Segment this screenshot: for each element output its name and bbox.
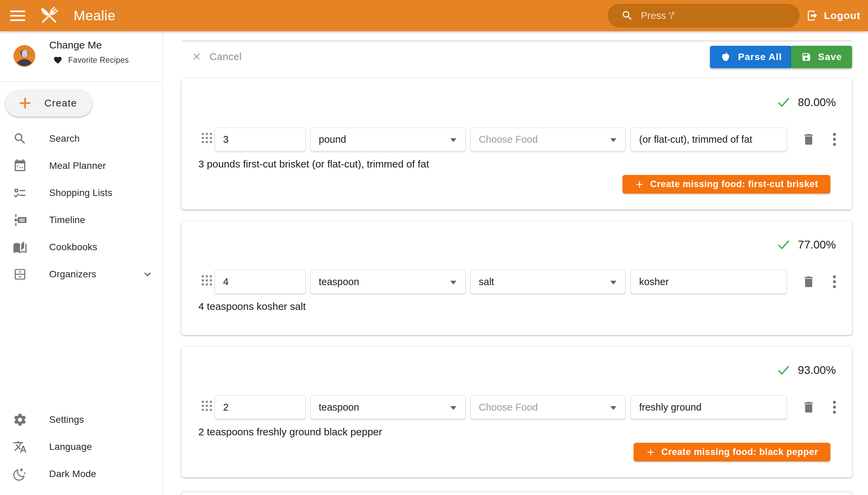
- sidebar-item-dark-mode[interactable]: Dark Mode: [0, 460, 163, 488]
- sidebar-item-timeline[interactable]: Timeline: [0, 206, 163, 234]
- gear-icon: [13, 413, 27, 427]
- drag-handle-icon[interactable]: [202, 401, 211, 414]
- sidebar-item-language[interactable]: Language: [0, 433, 163, 460]
- food-select[interactable]: [470, 395, 626, 419]
- unit-input[interactable]: [310, 396, 465, 419]
- check-icon: [777, 96, 790, 109]
- sidebar-divider: [0, 81, 163, 82]
- sidebar-item-meal-planner[interactable]: Meal Planner: [0, 152, 163, 180]
- quantity-input[interactable]: [215, 270, 305, 293]
- magnify-icon: [13, 132, 27, 146]
- main-content: Cancel Parse All Save 80.00%: [163, 31, 868, 495]
- logout-button[interactable]: Logout: [806, 0, 861, 31]
- chevron-down-icon: [141, 268, 154, 281]
- more-options-button[interactable]: [831, 274, 838, 290]
- food-input[interactable]: [471, 128, 625, 151]
- sidebar-item-label: Shopping Lists: [49, 187, 112, 198]
- avatar[interactable]: [14, 45, 35, 68]
- ingredient-card: 93.00%: [182, 346, 852, 477]
- note-input[interactable]: [631, 270, 786, 293]
- confidence-value: 93.00%: [798, 364, 836, 377]
- sidebar-item-label: Dark Mode: [49, 468, 96, 479]
- delete-ingredient-button[interactable]: [801, 131, 816, 148]
- mealie-logo-icon: [38, 4, 61, 28]
- food-select[interactable]: [470, 127, 626, 151]
- favorites-label: Favorite Recipes: [68, 56, 129, 65]
- create-button[interactable]: Create: [5, 89, 92, 117]
- global-search[interactable]: [608, 4, 800, 28]
- calendar-icon: [13, 159, 27, 173]
- sidebar-item-label: Meal Planner: [49, 160, 106, 171]
- ingredient-fields-row: [182, 127, 852, 151]
- quantity-field: [215, 127, 306, 151]
- note-input[interactable]: [631, 128, 786, 151]
- sidebar: Change Me Favorite Recipes Create Search…: [0, 31, 163, 495]
- timeline-icon: [13, 213, 27, 227]
- ingredient-card-list: 80.00%: [182, 79, 852, 495]
- unit-input[interactable]: [310, 128, 465, 151]
- quantity-input[interactable]: [215, 128, 305, 151]
- next-card-top-edge: [182, 492, 852, 495]
- quantity-field: [215, 270, 306, 294]
- cabinet-icon: [13, 267, 27, 281]
- cancel-button[interactable]: Cancel: [191, 49, 242, 64]
- sidebar-item-label: Search: [49, 133, 80, 144]
- favorite-recipes-link[interactable]: Favorite Recipes: [53, 56, 129, 65]
- more-options-button[interactable]: [831, 131, 838, 148]
- checklist-icon: [13, 186, 27, 200]
- translate-icon: [13, 440, 27, 454]
- unit-select[interactable]: [310, 270, 465, 294]
- apple-icon: [720, 52, 731, 62]
- close-icon: [191, 51, 202, 62]
- sidebar-item-cookbooks[interactable]: Cookbooks: [0, 234, 163, 261]
- sidebar-item-settings[interactable]: Settings: [0, 406, 163, 433]
- save-button[interactable]: Save: [791, 46, 852, 68]
- unit-input[interactable]: [310, 270, 465, 293]
- delete-ingredient-button[interactable]: [801, 399, 816, 415]
- original-ingredient-text: 4 teaspoons kosher salt: [182, 301, 852, 312]
- parse-all-button[interactable]: Parse All: [710, 46, 792, 68]
- search-icon: [621, 10, 633, 22]
- sidebar-item-organizers[interactable]: Organizers: [0, 261, 163, 288]
- note-input[interactable]: [631, 396, 786, 419]
- plus-icon: [18, 96, 32, 110]
- create-label: Create: [45, 98, 77, 109]
- unit-select[interactable]: [310, 395, 465, 419]
- quantity-input[interactable]: [215, 396, 305, 419]
- unit-select[interactable]: [310, 127, 465, 151]
- check-icon: [777, 363, 790, 377]
- delete-ingredient-button[interactable]: [801, 274, 816, 290]
- food-select[interactable]: [470, 270, 626, 294]
- cancel-label: Cancel: [209, 51, 242, 62]
- create-missing-food-button[interactable]: Create missing food: first-cut brisket: [623, 175, 830, 193]
- quantity-field: [215, 395, 306, 419]
- parse-all-label: Parse All: [738, 52, 782, 62]
- plus-icon: [635, 180, 644, 189]
- food-input[interactable]: [471, 270, 625, 293]
- create-missing-food-label: Create missing food: first-cut brisket: [650, 179, 818, 189]
- confidence-row: 80.00%: [182, 79, 852, 109]
- logout-icon: [806, 10, 818, 22]
- sidebar-item-shopping-lists[interactable]: Shopping Lists: [0, 180, 163, 206]
- sidebar-item-label: Timeline: [49, 215, 85, 225]
- more-options-button[interactable]: [831, 399, 838, 415]
- kebab-icon: [831, 274, 837, 289]
- drag-handle-icon[interactable]: [202, 133, 211, 146]
- note-field: [631, 395, 787, 419]
- ingredient-fields-row: [182, 395, 852, 419]
- confidence-value: 80.00%: [798, 96, 836, 109]
- sidebar-item-label: Language: [49, 441, 92, 452]
- drag-handle-icon[interactable]: [202, 275, 211, 288]
- menu-icon[interactable]: [10, 8, 28, 23]
- sidebar-item-search[interactable]: Search: [0, 125, 163, 152]
- sidebar-item-label: Organizers: [49, 269, 96, 280]
- ingredient-card: 80.00%: [182, 79, 852, 209]
- trash-icon: [802, 400, 816, 414]
- create-missing-food-button[interactable]: Create missing food: black pepper: [634, 443, 830, 461]
- search-input[interactable]: [641, 4, 800, 28]
- note-field: [631, 270, 787, 294]
- plus-icon: [646, 447, 656, 457]
- food-input[interactable]: [471, 396, 625, 419]
- logout-label: Logout: [824, 10, 861, 21]
- missing-food-row: Create missing food: first-cut brisket: [182, 175, 852, 193]
